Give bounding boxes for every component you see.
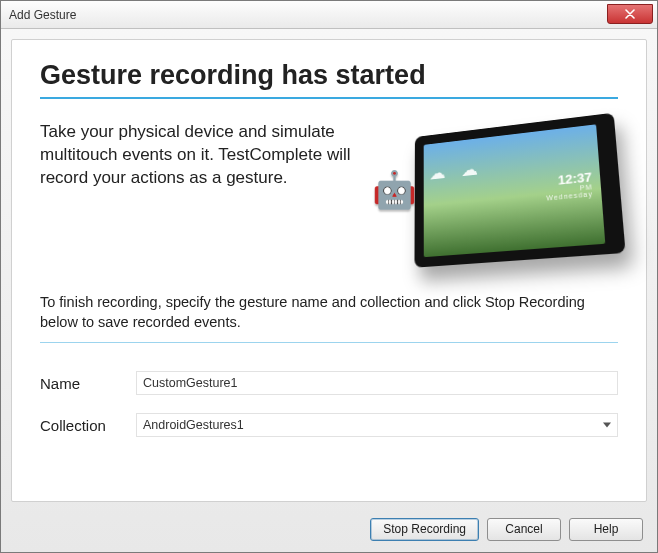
finish-instruction: To finish recording, specify the gesture… [40, 293, 618, 332]
intro-text: Take your physical device and simulate m… [40, 117, 378, 277]
collection-select[interactable]: AndroidGestures1 [136, 413, 618, 437]
dialog-add-gesture: Add Gesture Gesture recording has starte… [0, 0, 658, 553]
form-area: Name Collection AndroidGestures1 [40, 371, 618, 455]
divider [40, 97, 618, 99]
name-input[interactable] [136, 371, 618, 395]
button-bar: Stop Recording Cancel Help [1, 512, 657, 552]
page-title: Gesture recording has started [40, 60, 618, 91]
close-button[interactable] [607, 4, 653, 24]
content-panel: Gesture recording has started Take your … [11, 39, 647, 502]
row-name: Name [40, 371, 618, 395]
row-collection: Collection AndroidGestures1 [40, 413, 618, 437]
device-illustration: ☁ ☁ 12:37PMWednesday 🤖 [388, 117, 618, 277]
divider [40, 342, 618, 343]
name-label: Name [40, 375, 136, 392]
chevron-down-icon [603, 423, 611, 428]
titlebar: Add Gesture [1, 1, 657, 29]
android-icon: 🤖 [372, 169, 417, 211]
stop-recording-button[interactable]: Stop Recording [370, 518, 479, 541]
window-title: Add Gesture [9, 8, 76, 22]
collection-label: Collection [40, 417, 136, 434]
device-clock: 12:37PMWednesday [545, 170, 593, 201]
close-icon [625, 9, 635, 19]
cancel-button[interactable]: Cancel [487, 518, 561, 541]
tablet-icon: ☁ ☁ 12:37PMWednesday [414, 113, 625, 268]
clouds-icon: ☁ ☁ [429, 158, 484, 184]
help-button[interactable]: Help [569, 518, 643, 541]
collection-value: AndroidGestures1 [143, 418, 244, 432]
